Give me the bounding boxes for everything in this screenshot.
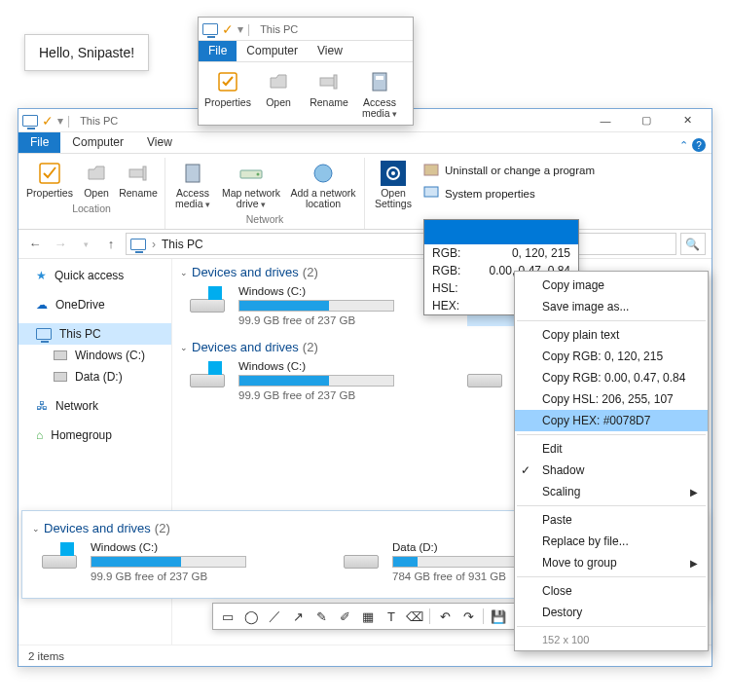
open-button[interactable]: Open (253, 68, 304, 119)
sidebar-item-windows-c[interactable]: Windows (C:) (18, 345, 171, 366)
chevron-right-icon: ▶ (690, 487, 698, 497)
menu-scaling[interactable]: Scaling▶ (515, 481, 708, 502)
drive-free: 99.9 GB free of 237 GB (238, 314, 394, 326)
drive-network-icon (237, 160, 266, 187)
svg-rect-1 (320, 78, 335, 86)
system-properties-button[interactable]: System properties (423, 185, 595, 203)
menu-replace[interactable]: Replace by file... (515, 531, 708, 552)
close-button[interactable]: ✕ (667, 110, 708, 131)
svg-rect-6 (129, 169, 144, 177)
menu-copy-hex[interactable]: Copy HEX: #0078D7 (515, 410, 708, 431)
collapse-ribbon-icon[interactable]: ⌃ (679, 139, 688, 152)
menu-copy-rgb-int[interactable]: Copy RGB: 0, 120, 215 (515, 346, 708, 367)
tab-computer[interactable]: Computer (60, 132, 135, 153)
open-icon (265, 68, 292, 95)
capacity-bar (238, 375, 394, 387)
tool-text[interactable]: T (381, 607, 402, 626)
svg-rect-15 (424, 165, 438, 175)
mini-tabs: File Computer View (199, 41, 413, 62)
tool-arrow[interactable]: ↗ (287, 607, 309, 626)
check-icon (35, 160, 64, 187)
menu-move-group[interactable]: Move to group▶ (515, 552, 708, 573)
properties-button[interactable]: Properties (202, 68, 253, 119)
menu-close[interactable]: Close (515, 580, 708, 602)
mini-explorer-pin[interactable]: ✓ ▾ | This PC File Computer View Propert… (198, 17, 414, 126)
open-settings-button[interactable]: Open Settings (369, 158, 418, 211)
color-swatch (424, 220, 578, 244)
up-button[interactable]: ↑ (100, 234, 122, 255)
forward-button[interactable]: → (50, 234, 71, 255)
add-network-location-button[interactable]: Add a network location (286, 158, 360, 211)
uninstall-program-button[interactable]: Uninstall or change a program (423, 162, 595, 179)
rename-button[interactable]: Rename (304, 68, 354, 119)
drive-icon (42, 555, 77, 569)
rgb-int-value: 0, 120, 215 (512, 246, 570, 260)
rgb-int-label: RGB: (432, 246, 460, 260)
gear-icon (379, 160, 408, 187)
tool-save[interactable]: 💾 (488, 607, 509, 626)
menu-edit[interactable]: Edit (515, 438, 708, 460)
open-button[interactable]: Open (77, 158, 116, 201)
sidebar-item-quick-access[interactable]: ★Quick access (18, 265, 171, 286)
sidebar-item-data-d[interactable]: Data (D:) (18, 366, 171, 387)
chevron-down-icon: ⌄ (180, 268, 188, 277)
properties-button[interactable]: Properties (22, 158, 77, 201)
access-media-button[interactable]: Access media ▾ (169, 158, 216, 211)
tool-ellipse[interactable]: ◯ (240, 607, 262, 626)
breadcrumb-text: This PC (162, 238, 203, 251)
access-media-button[interactable]: Access media ▾ (354, 68, 405, 119)
sticky-note[interactable]: Hello, Snipaste! (24, 34, 149, 71)
breadcrumb[interactable]: › This PC (126, 233, 676, 255)
sidebar-item-homegroup[interactable]: ⌂Homegroup (18, 424, 171, 446)
drive-icon (190, 299, 225, 313)
mini-titlebar: ✓ ▾ | This PC (199, 18, 413, 41)
svg-rect-2 (334, 75, 337, 89)
maximize-button[interactable]: ▢ (626, 110, 667, 131)
svg-point-11 (314, 165, 332, 182)
menu-paste[interactable]: Paste (515, 509, 708, 531)
tool-rect[interactable]: ▭ (217, 607, 238, 626)
tab-view[interactable]: View (308, 41, 352, 61)
tab-file[interactable]: File (18, 132, 60, 153)
menu-copy-rgb-float[interactable]: Copy RGB: 0.00, 0.47, 0.84 (515, 367, 708, 388)
tab-computer[interactable]: Computer (237, 41, 308, 61)
minimize-button[interactable]: — (585, 110, 626, 131)
check-icon: ✓ (42, 113, 54, 129)
drive-item[interactable]: Windows (C:) 99.9 GB free of 237 GB (42, 541, 285, 582)
star-icon: ★ (36, 269, 47, 282)
menu-shadow[interactable]: ✓Shadow (515, 460, 708, 481)
item-count: 2 items (28, 650, 64, 662)
menu-destory[interactable]: Destory (515, 602, 708, 623)
tool-redo[interactable]: ↷ (457, 607, 479, 626)
tool-mosaic[interactable]: ▦ (357, 607, 379, 626)
tool-line[interactable]: ／ (264, 607, 285, 626)
sidebar-item-this-pc[interactable]: This PC (18, 323, 171, 345)
check-icon: ✓ (222, 21, 234, 37)
help-icon[interactable]: ? (692, 138, 706, 152)
ribbon: Properties Open Rename Location Access m… (18, 154, 712, 230)
drive-item[interactable]: Windows (C:) 99.9 GB free of 237 GB (190, 285, 428, 326)
sidebar-item-network[interactable]: 🖧Network (18, 395, 171, 417)
menu-copy-hsl[interactable]: Copy HSL: 206, 255, 107 (515, 388, 708, 410)
menu-copy-plain[interactable]: Copy plain text (515, 324, 708, 346)
tool-pen[interactable]: ✎ (310, 607, 332, 626)
map-network-drive-button[interactable]: Map network drive ▾ (216, 158, 286, 211)
tool-eraser[interactable]: ⌫ (404, 607, 425, 626)
sidebar-item-onedrive[interactable]: ☁OneDrive (18, 294, 171, 315)
context-menu: Copy image Save image as... Copy plain t… (514, 271, 709, 651)
box-icon (423, 162, 439, 179)
tab-view[interactable]: View (135, 132, 184, 153)
drive-item[interactable]: Windows (C:) 99.9 GB free of 237 GB (190, 360, 428, 401)
drive-name: Windows (C:) (238, 360, 394, 372)
menu-save-image[interactable]: Save image as... (515, 296, 708, 317)
recent-button[interactable]: ▾ (75, 234, 96, 255)
tool-undo[interactable]: ↶ (434, 607, 456, 626)
tab-file[interactable]: File (199, 41, 237, 61)
back-button[interactable]: ← (24, 234, 46, 255)
system-icon (423, 185, 439, 203)
tool-marker[interactable]: ✐ (334, 607, 355, 626)
menu-copy-image[interactable]: Copy image (515, 275, 708, 296)
search-input[interactable]: 🔍 (680, 233, 706, 255)
rename-button[interactable]: Rename (116, 158, 161, 201)
network-icon: 🖧 (36, 399, 48, 413)
